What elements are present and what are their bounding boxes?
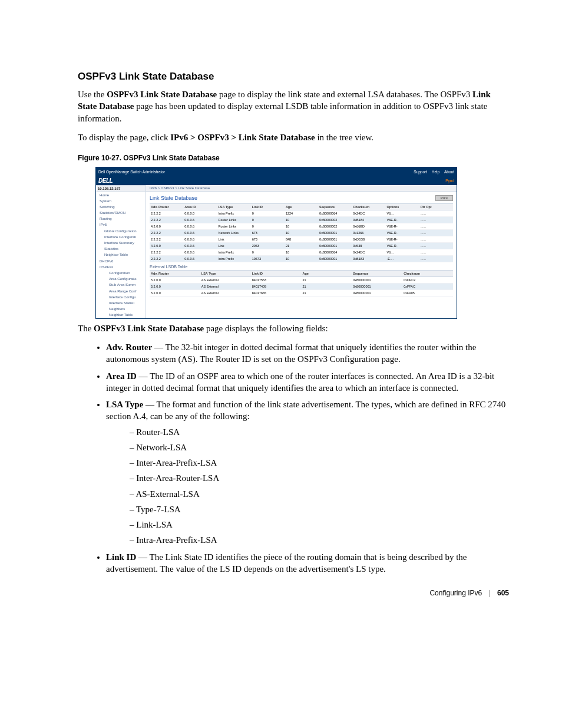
nav-item[interactable]: Stub Area Summ — [96, 282, 146, 288]
cell: AS External — [200, 284, 251, 290]
cell: AS External — [200, 290, 251, 297]
field-lsa-type: LSA Type — The format and function of th… — [106, 398, 509, 546]
nav-item[interactable]: System — [96, 198, 146, 204]
cell: 21 — [301, 277, 352, 284]
cell: ...... — [419, 249, 453, 256]
cell: 21 — [301, 284, 352, 290]
nav-item[interactable]: Area Configuratio — [96, 276, 146, 282]
cell: Intra Prefix — [217, 210, 250, 217]
nav-item[interactable]: Routing — [96, 216, 146, 222]
cell: ...... — [419, 223, 453, 230]
cell: 0xFA05 — [402, 290, 453, 297]
cell: 848 — [285, 236, 318, 243]
text: in the tree view. — [315, 133, 373, 142]
table-row: 2.2.2.20.0.0.6Router Links0100x800000020… — [150, 217, 453, 223]
col-header: Options — [386, 204, 419, 210]
cell: 0 — [251, 217, 285, 223]
cell: V6E-R- — [386, 243, 419, 249]
nav-item[interactable]: Area Range Conf — [96, 288, 146, 294]
intro-paragraph-1: Use the OSPFv3 Link State Database page … — [53, 88, 509, 124]
nav-item[interactable]: Global Configuration — [96, 228, 146, 234]
brand-logo: DELL — [98, 177, 113, 184]
cell: 84017409 — [251, 284, 302, 290]
about-link[interactable]: About — [444, 170, 454, 174]
nav-item[interactable]: Interface Configurati — [96, 234, 146, 240]
cell: 673 — [251, 236, 285, 243]
cell: 0x80000001 — [318, 243, 352, 249]
cell: Router Links — [217, 223, 250, 230]
cell: V6E-R- — [386, 223, 419, 230]
text: To display the page, click — [78, 133, 170, 142]
cell: 0x80000001 — [318, 236, 352, 243]
nav-item[interactable]: IPv6 — [96, 222, 146, 228]
cell: 0xB183 — [352, 256, 385, 262]
cell: Network Links — [217, 230, 250, 236]
nav-item[interactable]: Neighbor Table — [96, 252, 146, 258]
cell: 0x538 — [352, 243, 385, 249]
col-header: Link ID — [251, 271, 302, 277]
print-button[interactable]: Print — [435, 195, 453, 201]
cell: 0x80000064 — [318, 210, 352, 217]
cell: 0 — [251, 223, 285, 230]
cell: ...... — [419, 256, 453, 262]
nav-item[interactable]: Statistics/RMON — [96, 210, 146, 216]
col-header: Adv. Router — [150, 204, 183, 210]
help-link[interactable]: Help — [432, 170, 439, 174]
text: Use the — [78, 90, 107, 99]
table-row: 4.2.0.00.0.0.6Router Links0100x800000020… — [150, 223, 453, 230]
brand-bar: DELL Pynd — [96, 176, 457, 185]
cell: 0x24DC — [352, 249, 385, 256]
nav-item[interactable]: Neighbor Table — [96, 312, 146, 318]
col-header: Sequence — [318, 204, 352, 210]
nav-item[interactable]: OSPFv3 — [96, 264, 146, 270]
cell: ...... — [419, 243, 453, 249]
nav-item[interactable]: Switching — [96, 204, 146, 210]
cell: 5.2.0.0 — [150, 277, 200, 284]
cell: Intra Prefix — [217, 256, 250, 262]
device-ip: 10.126.12.167 — [96, 186, 146, 192]
cell: 0x80000064 — [318, 249, 352, 256]
cell: 2053 — [251, 243, 285, 249]
cell: 0x80000002 — [318, 223, 352, 230]
cell: 4.2.0.0 — [150, 243, 183, 249]
cell: 10 — [285, 223, 318, 230]
text: The — [78, 324, 94, 333]
cell: 0xDFC2 — [402, 277, 453, 284]
cell: 2.2.2.2 — [150, 249, 183, 256]
cell: 0x80000001 — [318, 230, 352, 236]
cell: 0.0.0.0 — [183, 210, 217, 217]
page-title: Link State Database — [150, 195, 197, 201]
nav-item[interactable]: Interface Configu — [96, 294, 146, 300]
cell: 0x80000001 — [318, 256, 352, 262]
cell: 2.2.2.2 — [150, 256, 183, 262]
cell: 10 — [285, 230, 318, 236]
cell: 0.0.0.6 — [183, 249, 217, 256]
nav-item[interactable]: Statistics — [96, 246, 146, 252]
col-header: Area ID — [183, 204, 217, 210]
lsa-type-item: Intra-Area-Prefix-LSA — [130, 534, 509, 546]
external-lsdb-table: Adv. RouterLSA TypeLink IDAgeSequenceChe… — [150, 270, 453, 297]
nav-item[interactable]: DHCPv6 — [96, 258, 146, 264]
session-link[interactable]: Pynd — [445, 179, 454, 183]
page-number: 605 — [497, 589, 509, 597]
cell: 2.2.2.2 — [150, 236, 183, 243]
col-header: Sequence — [352, 271, 402, 277]
nav-item[interactable]: Configuration — [96, 270, 146, 276]
cell: 2.2.2.2 — [150, 230, 183, 236]
table-row: 2.2.2.20.0.0.6Intra Prefix10673100x80000… — [150, 256, 453, 262]
support-link[interactable]: Support — [414, 170, 427, 174]
intro-paragraph-2: To display the page, click IPv6 > OSPFv3… — [53, 131, 509, 143]
field-name: Area ID — [106, 371, 137, 381]
lsa-type-item: Router-LSA — [130, 426, 509, 438]
cell: ...... — [419, 236, 453, 243]
nav-item[interactable]: Interface Summary — [96, 241, 146, 246]
cell: V6.... — [386, 210, 419, 217]
nav-item[interactable]: Neighbors — [96, 307, 146, 312]
nav-item[interactable]: Home — [96, 192, 146, 198]
nav-item[interactable]: Interface Statisti — [96, 300, 146, 306]
col-header: Checksum — [352, 204, 385, 210]
page-footer: Configuring IPv6 | 605 — [429, 589, 509, 597]
fields-intro: The OSPFv3 Link State Database page disp… — [53, 322, 509, 334]
section-heading: OSPFv3 Link State Database — [53, 71, 509, 83]
cell: Intra Prefix — [217, 249, 250, 256]
